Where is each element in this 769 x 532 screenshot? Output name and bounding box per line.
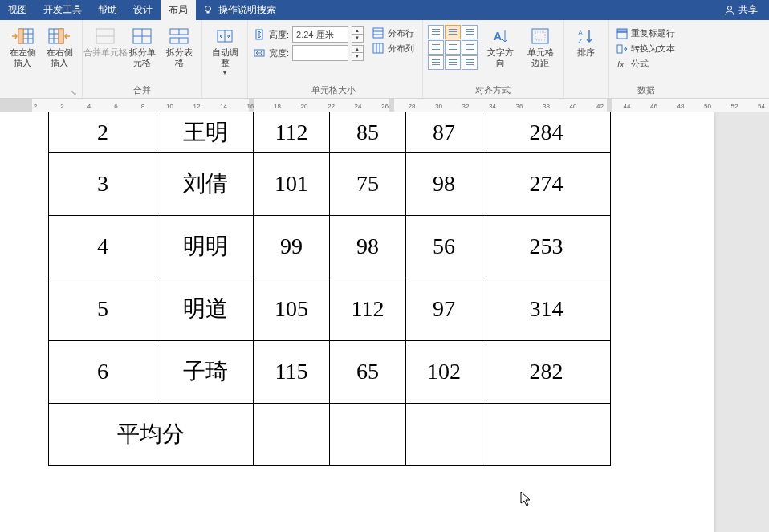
table-cell[interactable]: 3 xyxy=(49,152,157,215)
table-cell-avg-label[interactable]: 平均分 xyxy=(49,403,254,465)
text-direction-button[interactable]: A 文字方向 xyxy=(482,25,518,70)
svg-rect-28 xyxy=(373,28,383,38)
svg-rect-14 xyxy=(59,29,63,43)
sort-icon: AZ xyxy=(574,26,598,46)
alignment-grid xyxy=(428,25,478,70)
autofit-icon xyxy=(213,26,237,46)
svg-point-0 xyxy=(205,6,211,11)
table-cell[interactable]: 101 xyxy=(254,152,330,215)
svg-text:fx: fx xyxy=(617,59,625,69)
table-cell[interactable]: 282 xyxy=(482,340,611,403)
table-cell[interactable]: 115 xyxy=(254,340,330,403)
align-top-left[interactable] xyxy=(428,25,444,39)
merge-cells-button: 合并单元格 xyxy=(87,25,123,59)
table-row[interactable]: 3 刘倩 101 75 98 274 xyxy=(49,152,611,215)
table-cell[interactable]: 112 xyxy=(330,278,406,340)
align-top-center[interactable] xyxy=(445,25,461,39)
table-cell[interactable]: 102 xyxy=(406,340,482,403)
table-row[interactable]: 5 明道 105 112 97 314 xyxy=(49,278,611,340)
align-mid-left[interactable] xyxy=(428,40,444,55)
align-bot-left[interactable] xyxy=(428,55,444,70)
table-cell[interactable]: 65 xyxy=(330,340,406,403)
expand-icon[interactable]: ↘ xyxy=(71,89,77,97)
align-mid-center[interactable] xyxy=(445,40,461,55)
tab-help[interactable]: 帮助 xyxy=(90,0,125,20)
table-cell[interactable]: 4 xyxy=(49,215,157,278)
svg-rect-40 xyxy=(617,32,627,39)
table-cell[interactable] xyxy=(482,403,611,465)
sort-button[interactable]: AZ 排序 xyxy=(568,25,604,59)
repeat-header-button[interactable]: 重复标题行 xyxy=(614,26,677,40)
width-spinner[interactable]: ▲▼ xyxy=(352,45,364,61)
table-row-average[interactable]: 平均分 xyxy=(49,403,611,465)
table-cell[interactable]: 5 xyxy=(49,278,157,340)
distribute-cols-icon xyxy=(372,42,384,55)
share-label: 共享 xyxy=(738,3,758,17)
table-cell[interactable]: 75 xyxy=(330,152,406,215)
width-input[interactable] xyxy=(292,45,348,61)
split-cells-icon xyxy=(130,26,154,46)
repeat-header-icon xyxy=(616,28,628,39)
align-top-right[interactable] xyxy=(462,25,478,39)
formula-button[interactable]: fx 公式 xyxy=(614,57,677,71)
convert-text-button[interactable]: 转换为文本 xyxy=(614,42,677,55)
tell-me-search[interactable]: 操作说明搜索 xyxy=(218,3,276,17)
table-row[interactable]: 2 王明 112 85 87 284 xyxy=(49,112,611,152)
table-cell[interactable]: 98 xyxy=(330,215,406,278)
table-row[interactable]: 6 子琦 115 65 102 282 xyxy=(49,340,611,403)
share-button[interactable]: 共享 xyxy=(713,3,769,17)
tab-design[interactable]: 设计 xyxy=(125,0,161,20)
document-area[interactable]: 2 王明 112 85 87 284 3 刘倩 101 75 98 274 4 … xyxy=(0,112,769,532)
table-cell[interactable]: 105 xyxy=(254,278,330,340)
table-row[interactable]: 4 明明 99 98 56 253 xyxy=(49,215,611,278)
table-cell[interactable]: 314 xyxy=(482,278,611,340)
ribbon-group-alignment: A 文字方向 单元格边距 对齐方式 xyxy=(423,20,564,98)
table-cell[interactable]: 明明 xyxy=(157,215,254,278)
table-cell[interactable]: 284 xyxy=(482,112,611,152)
height-input[interactable]: 2.24 厘米 xyxy=(292,26,348,43)
document-table[interactable]: 2 王明 112 85 87 284 3 刘倩 101 75 98 274 4 … xyxy=(48,112,611,466)
table-cell[interactable]: 112 xyxy=(254,112,330,152)
group-label-alignment: 对齐方式 xyxy=(428,83,558,98)
split-cells-button[interactable]: 拆分单元格 xyxy=(124,25,160,70)
cell-margins-button[interactable]: 单元格边距 xyxy=(523,25,558,70)
table-cell[interactable]: 98 xyxy=(406,152,482,215)
svg-rect-31 xyxy=(373,43,383,53)
page: 2 王明 112 85 87 284 3 刘倩 101 75 98 274 4 … xyxy=(0,112,714,532)
table-cell[interactable] xyxy=(406,403,482,465)
table-cell[interactable]: 2 xyxy=(49,112,157,152)
insert-left-button[interactable]: 在左侧插入 xyxy=(5,25,40,70)
ribbon: 在左侧插入 在右侧插入 ↘ 合并单元格 拆分单 xyxy=(0,20,769,99)
table-cell[interactable]: 97 xyxy=(406,278,482,340)
table-cell[interactable]: 85 xyxy=(330,112,406,152)
tab-view[interactable]: 视图 xyxy=(0,0,35,20)
ruler-horizontal[interactable]: 2246810121416182022242628303234363840424… xyxy=(0,99,769,112)
table-cell[interactable]: 6 xyxy=(49,340,157,403)
tab-layout[interactable]: 布局 xyxy=(161,0,196,20)
align-bot-right[interactable] xyxy=(462,55,478,70)
width-label: 宽度: xyxy=(269,47,289,59)
table-cell[interactable]: 274 xyxy=(482,152,611,215)
split-table-button[interactable]: 拆分表格 xyxy=(161,25,197,70)
align-bot-center[interactable] xyxy=(445,55,461,70)
table-cell[interactable]: 刘倩 xyxy=(157,152,254,215)
distribute-rows-button[interactable]: 分布行 xyxy=(372,26,414,39)
align-mid-right[interactable] xyxy=(462,40,478,55)
table-cell[interactable]: 子琦 xyxy=(157,340,254,403)
height-spinner[interactable]: ▲▼ xyxy=(352,26,364,43)
table-cell[interactable]: 99 xyxy=(254,215,330,278)
distribute-cols-button[interactable]: 分布列 xyxy=(372,42,414,55)
table-cell[interactable]: 王明 xyxy=(157,112,254,152)
autofit-button[interactable]: 自动调整 ▼ xyxy=(207,25,242,77)
insert-right-button[interactable]: 在右侧插入 xyxy=(42,25,77,70)
svg-point-2 xyxy=(728,6,732,10)
ribbon-group-sort: AZ 排序 xyxy=(564,20,609,98)
table-cell[interactable] xyxy=(254,403,330,465)
table-cell[interactable]: 56 xyxy=(406,215,482,278)
table-cell[interactable] xyxy=(330,403,406,465)
table-cell[interactable]: 87 xyxy=(406,112,482,152)
table-cell[interactable]: 明道 xyxy=(157,278,254,340)
tab-devtools[interactable]: 开发工具 xyxy=(35,0,90,20)
group-label-cellsize: 单元格大小 xyxy=(253,83,414,98)
table-cell[interactable]: 253 xyxy=(482,215,611,278)
